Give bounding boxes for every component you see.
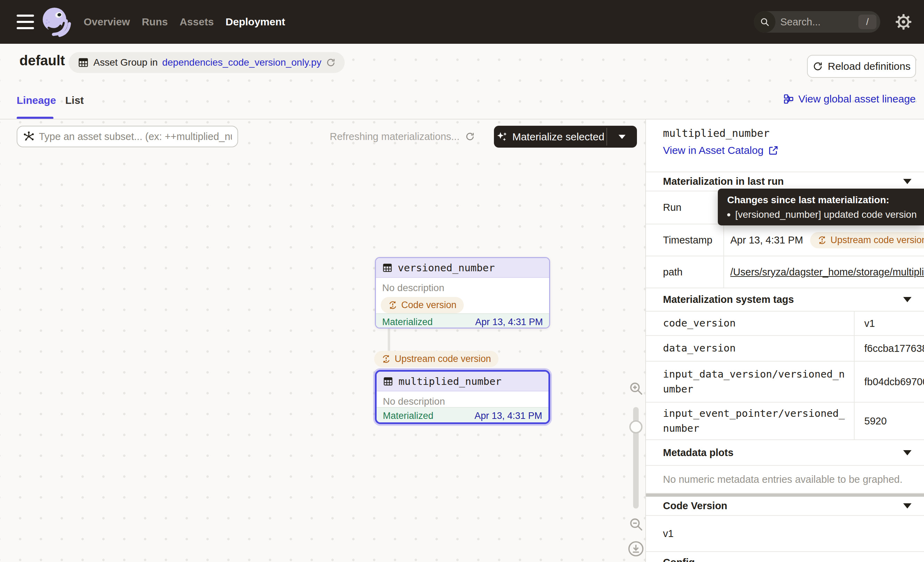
row-value: v1 xyxy=(864,318,875,329)
section-metadata-plots[interactable]: Metadata plots xyxy=(646,440,924,466)
external-link-icon xyxy=(768,145,778,156)
upstream-code-version-label: Upstream code version xyxy=(831,235,924,246)
view-global-asset-lineage-link[interactable]: View global asset lineage xyxy=(783,93,916,105)
table-row: path /Users/sryza/dagster_home/storage/m… xyxy=(646,256,924,288)
chevron-down-icon xyxy=(618,135,626,139)
upstream-code-version-tag[interactable]: Upstream code version xyxy=(374,351,498,367)
code-version-value: v1 xyxy=(646,516,924,552)
dagster-logo-icon[interactable] xyxy=(39,5,73,39)
search-input[interactable] xyxy=(776,17,858,28)
refresh-icon[interactable] xyxy=(465,132,475,141)
page-title: default xyxy=(20,53,65,68)
asset-group-file-link[interactable]: dependencies_code_version_only.py xyxy=(162,57,321,68)
reload-icon xyxy=(813,61,823,72)
row-value: 5920 xyxy=(864,415,887,427)
asset-node-multiplied-number[interactable]: multiplied_number No description Materia… xyxy=(375,370,550,424)
download-view-icon[interactable] xyxy=(628,541,644,557)
table-row: code_version v1 xyxy=(646,311,924,336)
table-row: data_version f6ccba177638 xyxy=(646,336,924,362)
changed-code-version-icon xyxy=(388,301,398,310)
changed-code-version-icon xyxy=(381,354,391,364)
zoom-in-icon[interactable] xyxy=(628,381,644,396)
table-asset-icon xyxy=(383,376,393,386)
refresh-icon[interactable] xyxy=(326,58,336,68)
upstream-code-version-tag[interactable]: Upstream code version xyxy=(810,232,924,248)
asset-group-breadcrumb: Asset Group in dependencies_code_version… xyxy=(69,52,345,73)
section-materialization-system-tags[interactable]: Materialization system tags xyxy=(646,288,924,311)
nav-item-overview[interactable]: Overview xyxy=(84,16,130,28)
reload-definitions-button[interactable]: Reload definitions xyxy=(807,55,916,78)
zoom-slider-handle[interactable] xyxy=(629,420,642,433)
materialized-timestamp[interactable]: Apr 13, 4:31 PM xyxy=(474,410,542,421)
gear-icon[interactable] xyxy=(896,14,912,30)
asset-group-icon xyxy=(78,57,89,68)
storage-path-link[interactable]: /Users/sryza/dagster_home/storage/multip… xyxy=(730,266,924,278)
materialize-options-dropdown[interactable] xyxy=(607,126,637,147)
asset-node-header: versioned_number xyxy=(376,258,549,278)
asset-node-body: No description xyxy=(376,391,548,407)
row-key: input_event_pointer/versioned_number xyxy=(646,403,854,439)
asset-group-prefix: Asset Group in xyxy=(93,57,158,68)
row-key: Run xyxy=(646,191,723,224)
asset-node-header: multiplied_number xyxy=(376,372,548,391)
asset-node-versioned-number[interactable]: versioned_number No description Code ver… xyxy=(375,257,550,329)
changed-code-version-icon xyxy=(818,236,827,245)
tooltip-item-text: [versioned_number] updated code version xyxy=(735,209,917,220)
timestamp-value: Apr 13, 4:31 PM xyxy=(730,234,803,246)
row-key: code_version xyxy=(646,311,854,335)
code-version-tag[interactable]: Code version xyxy=(381,297,464,313)
asset-node-body: No description Code version xyxy=(376,278,549,313)
nav-item-deployment[interactable]: Deployment xyxy=(226,16,285,28)
section-title: Materialization in last run xyxy=(663,176,784,187)
nav-item-runs[interactable]: Runs xyxy=(142,16,168,28)
materialize-selected-label: Materialize selected xyxy=(512,131,604,143)
sparkle-icon xyxy=(496,131,508,143)
asset-name: multiplied_number xyxy=(399,376,502,387)
chevron-down-icon[interactable] xyxy=(903,503,912,508)
asset-node-footer: Materialized Apr 13, 4:31 PM xyxy=(376,313,549,329)
selected-asset-name: multiplied_number xyxy=(646,127,924,139)
chevron-down-icon[interactable] xyxy=(903,297,912,302)
refreshing-status: Refreshing materializations... xyxy=(330,126,475,147)
dependency-edge xyxy=(388,329,390,353)
nav-item-assets[interactable]: Assets xyxy=(180,16,213,28)
table-row: input_data_version/versioned_number fb04… xyxy=(646,362,924,403)
row-key: data_version xyxy=(646,336,854,361)
asset-name: versioned_number xyxy=(398,262,495,274)
asset-subset-filter[interactable] xyxy=(16,126,238,147)
code-version-tag-label: Code version xyxy=(401,300,456,311)
changes-since-materialization-tooltip: Changes since last materialization: [ver… xyxy=(718,189,924,225)
top-nav-bar: Overview Runs Assets Deployment / xyxy=(0,0,924,44)
section-title: Config xyxy=(663,557,695,562)
tab-lineage[interactable]: Lineage xyxy=(16,95,56,106)
view-global-asset-lineage-label: View global asset lineage xyxy=(798,93,916,105)
metadata-plots-empty-message: No numeric metadata entries available to… xyxy=(646,466,924,494)
tab-list[interactable]: List xyxy=(65,95,84,106)
zoom-out-icon[interactable] xyxy=(628,517,644,532)
upstream-code-version-label: Upstream code version xyxy=(394,353,491,364)
asset-details-panel: multiplied_number View in Asset Catalog … xyxy=(645,119,924,562)
lineage-graph-icon xyxy=(783,93,794,105)
global-search[interactable]: / xyxy=(754,11,880,33)
section-title: Metadata plots xyxy=(663,447,734,458)
row-key: Timestamp xyxy=(646,224,723,255)
asset-subset-input[interactable] xyxy=(39,131,232,143)
section-code-version[interactable]: Code Version xyxy=(646,497,924,516)
table-row: Timestamp Apr 13, 4:31 PM Upstream code … xyxy=(646,224,924,256)
materialized-status: Materialized xyxy=(383,410,434,421)
materialize-selected-button[interactable]: Materialize selected xyxy=(494,126,637,147)
search-shortcut-key: / xyxy=(858,15,876,29)
bullet-icon xyxy=(727,213,730,216)
asset-description: No description xyxy=(376,391,548,407)
chevron-down-icon[interactable] xyxy=(903,179,912,184)
materialized-timestamp[interactable]: Apr 13, 4:31 PM xyxy=(475,317,543,328)
hamburger-menu-icon[interactable] xyxy=(16,15,34,29)
asset-graph-canvas[interactable]: Refreshing materializations... Materiali… xyxy=(0,119,645,562)
primary-nav: Overview Runs Assets Deployment xyxy=(84,0,285,44)
section-config[interactable]: Config xyxy=(646,552,924,562)
chevron-down-icon[interactable] xyxy=(903,450,912,455)
tooltip-title: Changes since last materialization: xyxy=(727,194,924,206)
row-value: f6ccba177638 xyxy=(864,343,924,354)
view-in-asset-catalog-link[interactable]: View in Asset Catalog xyxy=(646,144,924,156)
materialized-status: Materialized xyxy=(382,317,433,328)
